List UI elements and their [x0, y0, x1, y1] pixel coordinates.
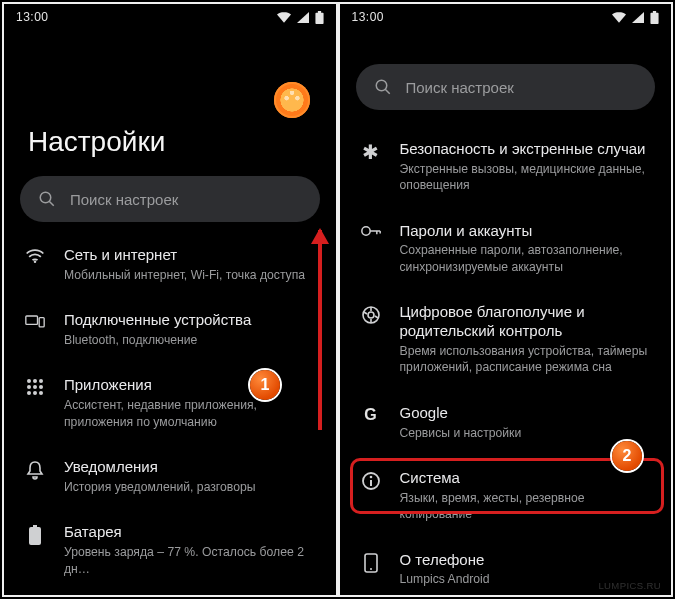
status-bar: 13:00	[340, 4, 672, 30]
svg-point-23	[370, 568, 372, 570]
wifi-icon	[277, 12, 291, 23]
svg-point-0	[40, 192, 51, 203]
row-label: Уведомления	[64, 458, 316, 477]
svg-rect-4	[39, 318, 44, 327]
settings-row-notifications[interactable]: УведомленияИстория уведомлений, разговор…	[4, 444, 336, 509]
apps-icon	[24, 378, 46, 396]
annotation-arrow	[318, 230, 322, 430]
svg-point-2	[34, 261, 37, 264]
row-sub: Мобильный интернет, Wi-Fi, точка доступа	[64, 267, 316, 283]
svg-point-10	[39, 385, 43, 389]
signal-icon	[297, 12, 309, 23]
watermark: LUMPICS.RU	[598, 580, 661, 591]
svg-point-11	[27, 391, 31, 395]
wellbeing-icon	[360, 305, 382, 325]
svg-point-18	[368, 312, 374, 318]
asterisk-icon: ✱	[360, 142, 382, 162]
svg-point-8	[27, 385, 31, 389]
svg-rect-3	[26, 316, 38, 324]
search-bar[interactable]: Поиск настроек	[20, 176, 320, 222]
settings-row-apps[interactable]: ПриложенияАссистент, недавние приложения…	[4, 362, 336, 444]
bell-icon	[24, 460, 46, 480]
battery-icon	[24, 525, 46, 545]
battery-icon	[315, 11, 324, 24]
row-sub: Уровень заряда – 77 %. Осталось более 2 …	[64, 544, 316, 577]
row-sub: Сервисы и настройки	[400, 425, 652, 441]
status-icons	[612, 11, 659, 24]
devices-icon	[24, 313, 46, 329]
row-label: Пароли и аккаунты	[400, 222, 652, 241]
google-icon: G	[360, 406, 382, 424]
row-sub: Bluetooth, подключение	[64, 332, 316, 348]
svg-point-7	[39, 379, 43, 383]
svg-line-1	[49, 201, 54, 206]
search-placeholder: Поиск настроек	[406, 79, 514, 96]
search-bar[interactable]: Поиск настроек	[356, 64, 656, 110]
row-label: Google	[400, 404, 652, 423]
svg-line-15	[385, 89, 390, 94]
wifi-icon	[612, 12, 626, 23]
row-label: Батарея	[64, 523, 316, 542]
svg-point-13	[39, 391, 43, 395]
settings-row-devices[interactable]: Подключенные устройстваBluetooth, подклю…	[4, 297, 336, 362]
settings-row-passwords[interactable]: Пароли и аккаунтыСохраненные пароли, авт…	[340, 208, 672, 290]
row-sub: Сохраненные пароли, автозаполнение, синх…	[400, 242, 652, 275]
svg-point-6	[33, 379, 37, 383]
settings-row-wellbeing[interactable]: Цифровое благополучие и родительский кон…	[340, 289, 672, 389]
row-label: Цифровое благополучие и родительский кон…	[400, 303, 652, 341]
left-phone: 13:00 Настройки Поиск настроек Сеть и ин…	[4, 4, 336, 595]
status-bar: 13:00	[4, 4, 336, 30]
svg-point-12	[33, 391, 37, 395]
row-label: Подключенные устройства	[64, 311, 316, 330]
status-icons	[277, 11, 324, 24]
settings-list: ✱ Безопасность и экстренные случаиЭкстре…	[340, 126, 672, 595]
row-label: Безопасность и экстренные случаи	[400, 140, 652, 159]
battery-icon	[650, 11, 659, 24]
phone-icon	[360, 553, 382, 573]
svg-point-14	[376, 80, 387, 91]
svg-point-16	[361, 227, 369, 235]
row-sub: История уведомлений, разговоры	[64, 479, 316, 495]
profile-avatar[interactable]	[274, 82, 310, 118]
svg-point-5	[27, 379, 31, 383]
status-time: 13:00	[352, 10, 385, 24]
row-label: Сеть и интернет	[64, 246, 316, 265]
key-icon	[360, 224, 382, 238]
row-sub: Экстренные вызовы, медицинские данные, о…	[400, 161, 652, 194]
search-placeholder: Поиск настроек	[70, 191, 178, 208]
signal-icon	[632, 12, 644, 23]
row-sub: Ассистент, недавние приложения, приложен…	[64, 397, 316, 430]
settings-row-battery[interactable]: БатареяУровень заряда – 77 %. Осталось б…	[4, 509, 336, 591]
annotation-marker-2: 2	[612, 441, 642, 471]
svg-point-9	[33, 385, 37, 389]
settings-row-safety[interactable]: ✱ Безопасность и экстренные случаиЭкстре…	[340, 126, 672, 208]
settings-list: Сеть и интернетМобильный интернет, Wi-Fi…	[4, 232, 336, 595]
search-icon	[374, 78, 392, 96]
status-time: 13:00	[16, 10, 49, 24]
wifi-icon	[24, 248, 46, 264]
search-icon	[38, 190, 56, 208]
row-label: О телефоне	[400, 551, 652, 570]
row-sub: Время использования устройства, таймеры …	[400, 343, 652, 376]
settings-row-network[interactable]: Сеть и интернетМобильный интернет, Wi-Fi…	[4, 232, 336, 297]
annotation-marker-1: 1	[250, 370, 280, 400]
